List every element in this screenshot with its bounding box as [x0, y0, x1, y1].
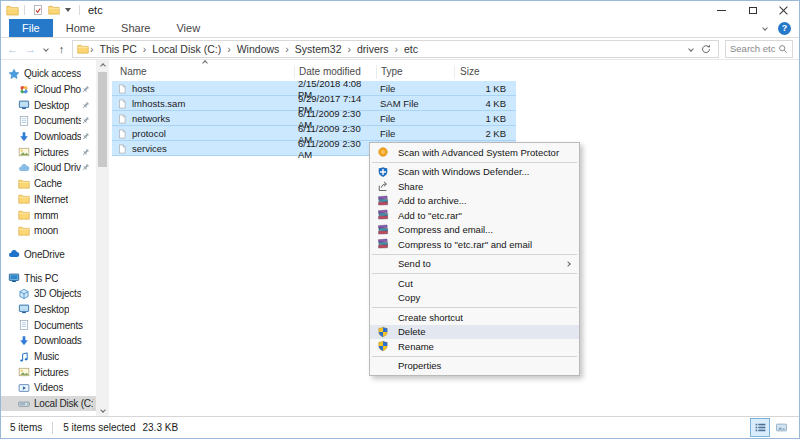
sidebar-item-3d-objects[interactable]: 3D Objects	[1, 286, 96, 302]
column-header-size[interactable]: Size	[454, 65, 516, 79]
sidebar-item-local-disk-c[interactable]: Local Disk (C:)	[1, 396, 96, 412]
recent-locations-dropdown-icon[interactable]	[41, 47, 51, 51]
winrar-icon	[377, 224, 389, 236]
menu-item-add-to-etc-rar[interactable]: Add to "etc.rar"	[370, 208, 579, 223]
menu-separator	[372, 307, 577, 308]
video-icon	[18, 382, 30, 394]
file-icon	[117, 128, 127, 140]
navigation-bar: This PCLocal Disk (C:)WindowsSystem32dri…	[1, 38, 799, 60]
breadcrumb-item-windows[interactable]: Windows	[232, 43, 285, 55]
scroll-up-icon[interactable]	[100, 63, 106, 69]
pin-icon	[81, 85, 90, 94]
breadcrumb-item-local-disk-c[interactable]: Local Disk (C:)	[147, 43, 226, 55]
menu-item-scan-with-advanced-system-protector[interactable]: Scan with Advanced System Protector	[370, 145, 579, 160]
share-icon	[377, 180, 389, 192]
tab-file[interactable]: File	[9, 19, 53, 37]
breadcrumb-item-drivers[interactable]: drivers	[352, 43, 394, 55]
tab-home[interactable]: Home	[53, 19, 108, 37]
sidebar-item-desktop[interactable]: Desktop	[1, 302, 96, 318]
tab-share[interactable]: Share	[108, 19, 163, 37]
pc-icon	[8, 272, 20, 284]
thumbnail-view-button[interactable]	[772, 419, 790, 436]
close-button[interactable]	[768, 1, 799, 19]
thumbnail-view-icon	[775, 421, 788, 434]
scrollbar-thumb[interactable]	[98, 72, 107, 167]
window-title: etc	[88, 4, 103, 16]
maximize-button[interactable]	[737, 1, 768, 19]
sidebar-item-desktop[interactable]: Desktop	[1, 97, 96, 113]
defender-icon	[377, 166, 389, 178]
column-header-name[interactable]: Name	[112, 65, 294, 79]
pin-icon	[81, 101, 90, 110]
sidebar-item-music[interactable]: Music	[1, 349, 96, 365]
window-folder-icon	[6, 4, 19, 17]
menu-separator	[372, 254, 577, 255]
menu-item-cut[interactable]: Cut	[370, 276, 579, 291]
sidebar-item-downloads[interactable]: Downloads	[1, 333, 96, 349]
folder-icon	[18, 209, 30, 221]
sidebar-item-documents[interactable]: Documents	[1, 317, 96, 333]
sidebar-item-onedrive[interactable]: OneDrive	[1, 247, 96, 263]
back-button[interactable]	[5, 43, 20, 55]
sidebar-item-mmm[interactable]: mmm	[1, 207, 96, 223]
sidebar-scrollbar[interactable]	[96, 60, 109, 416]
breadcrumb-item-system32[interactable]: System32	[290, 43, 347, 55]
menu-item-scan-with-windows-defender[interactable]: Scan with Windows Defender...	[370, 165, 579, 180]
window-controls	[706, 1, 799, 19]
column-header-type[interactable]: Type	[376, 65, 454, 79]
tab-view[interactable]: View	[163, 19, 213, 37]
address-bar[interactable]: This PCLocal Disk (C:)WindowsSystem32dri…	[72, 40, 719, 58]
folder-icon	[18, 225, 30, 237]
breadcrumb-item-this-pc[interactable]: This PC	[95, 43, 142, 55]
up-button[interactable]	[54, 43, 69, 55]
menu-separator	[372, 162, 577, 163]
sidebar-item-moon[interactable]: moon	[1, 223, 96, 239]
sidebar-item-pictures[interactable]: Pictures	[1, 144, 96, 160]
file-icon	[117, 143, 127, 155]
menu-item-delete[interactable]: Delete	[370, 325, 579, 340]
column-header-date-modified[interactable]: Date modified	[294, 65, 376, 79]
file-icon	[117, 113, 127, 125]
sidebar-item-internet[interactable]: INternet	[1, 192, 96, 208]
sidebar-item-icloud-photo[interactable]: iCloud Photo	[1, 82, 96, 98]
menu-item-rename[interactable]: Rename	[370, 339, 579, 354]
search-box[interactable]: Search etc	[725, 40, 793, 58]
sidebar-item-icloud-drive[interactable]: iCloud Drive	[1, 160, 96, 176]
sidebar-item-this-pc[interactable]: This PC	[1, 270, 96, 286]
help-icon[interactable]	[778, 22, 791, 35]
divider	[79, 5, 80, 15]
star-icon	[8, 68, 20, 80]
menu-item-compress-and-email[interactable]: Compress and email...	[370, 223, 579, 238]
search-placeholder: Search etc	[730, 43, 778, 54]
minimize-button[interactable]	[706, 1, 737, 19]
pin-icon	[81, 163, 90, 172]
refresh-button[interactable]	[698, 43, 714, 55]
menu-item-properties[interactable]: Properties	[370, 359, 579, 374]
sidebar-item-cache[interactable]: Cache	[1, 176, 96, 192]
sidebar-item-downloads[interactable]: Downloads	[1, 129, 96, 145]
folder-icon	[18, 178, 30, 190]
menu-item-send-to[interactable]: Send to	[370, 257, 579, 272]
menu-item-share[interactable]: Share	[370, 179, 579, 194]
scroll-down-icon[interactable]	[100, 407, 106, 413]
breadcrumb-item-etc[interactable]: etc	[399, 43, 423, 55]
sidebar-item-videos[interactable]: Videos	[1, 380, 96, 396]
menu-item-copy[interactable]: Copy	[370, 291, 579, 306]
menu-item-create-shortcut[interactable]: Create shortcut	[370, 310, 579, 325]
details-view-button[interactable]	[751, 419, 769, 436]
quick-access-properties-button[interactable]	[32, 4, 44, 16]
pin-icon	[81, 148, 90, 157]
address-dropdown-icon[interactable]	[684, 47, 698, 51]
sidebar-item-pictures[interactable]: Pictures	[1, 364, 96, 380]
expand-ribbon-icon[interactable]	[762, 25, 768, 31]
menu-item-add-to-archive[interactable]: Add to archive...	[370, 194, 579, 209]
menu-item-compress-to-etc-rar-and-email[interactable]: Compress to "etc.rar" and email	[370, 237, 579, 252]
customize-toolbar-dropdown-icon[interactable]	[65, 8, 71, 12]
quick-access-new-folder-button[interactable]	[48, 4, 60, 16]
pictures-icon	[18, 146, 30, 158]
view-buttons	[751, 419, 790, 436]
sidebar-item-quick-access[interactable]: Quick access	[1, 66, 96, 82]
sidebar-item-documents[interactable]: Documents	[1, 113, 96, 129]
close-icon	[779, 6, 788, 15]
forward-button[interactable]	[23, 43, 38, 55]
